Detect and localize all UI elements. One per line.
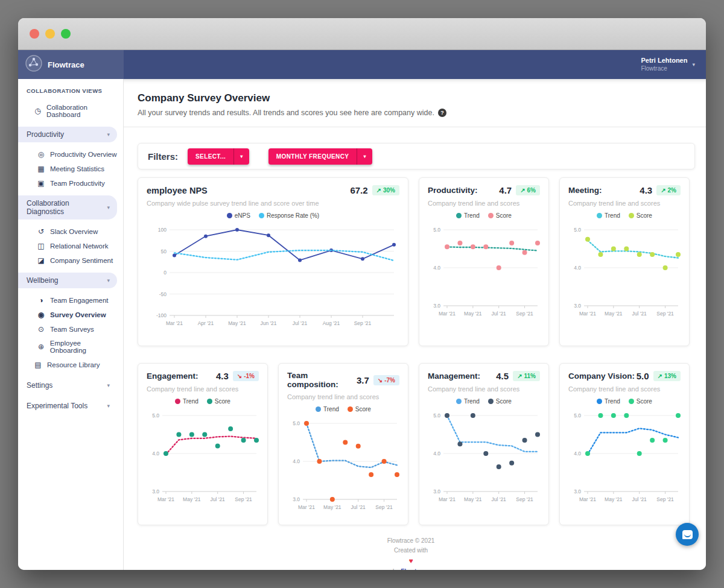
legend-response-rate[interactable]: Response Rate (%) [259, 212, 319, 219]
legend-trend[interactable]: Trend [456, 212, 480, 219]
card-subtitle: Company trend line and scores [428, 385, 540, 393]
svg-text:May '21: May '21 [228, 320, 246, 326]
user-name: Petri Lehtonen [641, 57, 687, 65]
survey-icon: ◉ [37, 311, 45, 319]
trend-percent: 6% [527, 187, 536, 194]
card-score-value: 3.7 [357, 375, 369, 385]
sidebar-group-experimental-tools[interactable]: Experimental Tools ▾ [18, 398, 117, 414]
select-filter-button[interactable]: SELECT... ▾ [188, 148, 249, 165]
svg-text:4.0: 4.0 [433, 265, 440, 271]
close-window-button[interactable] [30, 29, 39, 39]
card-engagement: Engagement: 4.3 ↘ -1% Company trend line… [138, 363, 268, 525]
trend-badge: ↗ 13% [653, 371, 681, 381]
legend-trend[interactable]: Trend [597, 212, 620, 219]
flowtrace-footer-link[interactable]: Flowtrace [401, 568, 429, 570]
svg-text:4.0: 4.0 [574, 265, 581, 271]
surveys-icon: ⊙ [37, 325, 45, 334]
chevron-down-icon: ▾ [107, 382, 110, 388]
trend-arrow-icon: ↗ [376, 187, 381, 194]
svg-text:Sep '21: Sep '21 [516, 496, 533, 502]
sidebar-item-company-sentiment[interactable]: ◪ Company Sentiment [18, 253, 123, 268]
card-title: Meeting: [568, 186, 602, 195]
sidebar-item-label: Collaboration Dashboard [46, 104, 118, 118]
svg-text:Aug '21: Aug '21 [322, 320, 340, 326]
minimize-window-button[interactable] [45, 29, 55, 39]
copyright-text: Flowtrace © 2021 [387, 537, 435, 544]
gauge-icon: ◎ [37, 150, 45, 159]
page-subtitle: All your survey trends and results. All … [138, 109, 434, 117]
legend-enps[interactable]: eNPS [227, 212, 250, 219]
sidebar-item-slack-overview[interactable]: ↺ Slack Overview [18, 224, 123, 239]
svg-text:Sep '21: Sep '21 [235, 496, 252, 502]
trend-percent: 2% [668, 187, 676, 194]
sidebar-item-relational-network[interactable]: ◫ Relational Network [18, 239, 123, 253]
card-productivity: Productivity: 4.7 ↗ 6% Company trend lin… [419, 177, 549, 346]
legend-score[interactable]: Score [629, 212, 652, 219]
legend-label: eNPS [235, 212, 250, 219]
trend-percent: 30% [383, 187, 395, 194]
sidebar-group-productivity[interactable]: Productivity ▾ [18, 127, 117, 142]
card-subtitle: Company wide pulse survey trend line and… [147, 200, 399, 207]
chevron-down-icon: ▾ [234, 149, 249, 164]
trend-arrow-icon: ↗ [661, 187, 665, 194]
chat-launcher-button[interactable] [676, 523, 699, 546]
legend-score[interactable]: Score [488, 212, 512, 219]
legend-score[interactable]: Score [629, 398, 652, 405]
svg-text:Mar '21: Mar '21 [579, 496, 596, 502]
filters-label: Filters: [148, 151, 178, 162]
trend-arrow-icon: ↗ [520, 187, 525, 194]
sidebar-item-label: Employee Onboarding [50, 340, 118, 354]
card-subtitle: Company trend line and scores [568, 385, 681, 393]
card-score-value: 4.3 [216, 371, 229, 381]
sidebar-item-survey-overview[interactable]: ◉ Survey Overview [18, 308, 123, 322]
legend-trend[interactable]: Trend [316, 406, 339, 413]
legend-label: Trend [605, 398, 620, 405]
svg-text:Jul '21: Jul '21 [292, 320, 307, 326]
svg-text:4.0: 4.0 [293, 458, 300, 464]
sidebar-group-settings[interactable]: Settings ▾ [18, 378, 117, 393]
page-footer: Flowtrace © 2021 Created with ♥ by Flowt… [138, 525, 684, 570]
legend-trend[interactable]: Trend [175, 398, 198, 405]
chevron-down-icon: ▾ [357, 149, 372, 164]
chevron-down-icon: ▾ [107, 204, 110, 210]
trend-badge: ↗ 6% [516, 185, 540, 195]
card-meeting: Meeting: 4.3 ↗ 2% Company trend line and… [559, 177, 690, 346]
sidebar-item-label: Company Sentiment [50, 257, 113, 264]
sidebar-item-team-engagement[interactable]: ◑ Team Engagement [18, 293, 123, 308]
sidebar-item-collaboration-dashboard[interactable]: ◷ Collaboration Dashboard [18, 100, 123, 122]
top-navbar: Flowtrace Petri Lehtonen Flowtrace ▾ [18, 50, 706, 79]
legend-score[interactable]: Score [348, 406, 371, 413]
trend-badge: ↗ 2% [656, 185, 681, 195]
sidebar-group-wellbeing[interactable]: Wellbeing ▾ [18, 273, 117, 288]
maximize-window-button[interactable] [61, 29, 71, 39]
brand-area[interactable]: Flowtrace [18, 50, 124, 79]
legend-trend[interactable]: Trend [456, 398, 480, 405]
sidebar-item-meeting-statistics[interactable]: ▦ Meeting Statistics [18, 162, 123, 176]
legend-dot-icon [488, 399, 494, 404]
frequency-filter-button[interactable]: MONTHLY FREQUENCY ▾ [268, 148, 372, 165]
card-employee-nps: employee NPS 67.2 ↗ 30% Company wide pul… [138, 177, 408, 346]
legend-trend[interactable]: Trend [597, 398, 620, 405]
sidebar-item-employee-onboarding[interactable]: ⊕ Employee Onboarding [18, 337, 123, 357]
svg-text:4.0: 4.0 [152, 450, 159, 457]
card-score-value: 4.5 [496, 371, 509, 381]
card-score-value: 67.2 [350, 185, 367, 195]
help-icon[interactable]: ? [438, 109, 446, 117]
sidebar-item-team-productivity[interactable]: ▣ Team Productivity [18, 176, 123, 191]
chevron-down-icon: ▾ [107, 403, 110, 409]
sidebar-item-team-surveys[interactable]: ⊙ Team Surveys [18, 322, 123, 337]
legend-score[interactable]: Score [488, 398, 512, 405]
sidebar-item-resource-library[interactable]: ▤ Resource Library [18, 357, 123, 373]
trend-percent: 13% [664, 373, 676, 379]
svg-text:5.0: 5.0 [433, 413, 440, 419]
chart-legend: eNPS Response Rate (%) [147, 212, 399, 219]
svg-text:3.0: 3.0 [433, 303, 440, 309]
user-menu[interactable]: Petri Lehtonen Flowtrace ▾ [641, 50, 706, 79]
sidebar-group-collaboration-diagnostics[interactable]: Collaboration Diagnostics ▾ [18, 195, 117, 220]
legend-score[interactable]: Score [207, 398, 230, 405]
dashboard-icon: ◷ [34, 107, 42, 115]
legend-label: Score [637, 212, 652, 219]
chevron-down-icon: ▾ [107, 277, 110, 283]
sidebar-item-label: Team Productivity [50, 180, 105, 187]
sidebar-item-productivity-overview[interactable]: ◎ Productivity Overview [18, 147, 123, 162]
